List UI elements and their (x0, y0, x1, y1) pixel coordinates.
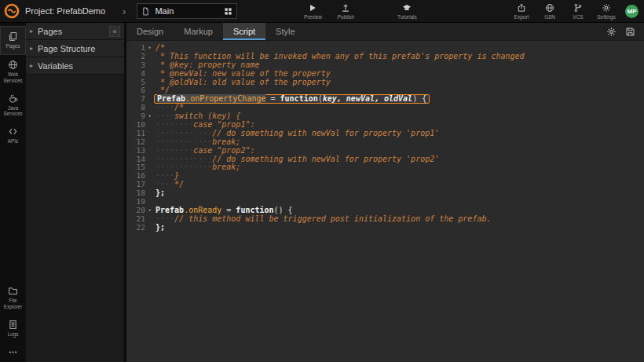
line-number: 13 (126, 147, 145, 155)
code-line[interactable]: 7Prefab.onPropertyChange = function(key,… (126, 95, 644, 104)
api-icon (8, 126, 18, 137)
fold-icon (145, 95, 154, 104)
collapse-panel-button[interactable]: « (109, 26, 120, 37)
fold-icon (145, 130, 154, 138)
fold-icon (145, 172, 154, 181)
topbar-action-tutorials[interactable]: Tutorials (394, 3, 419, 20)
tab-list: DesignMarkupScriptStyle (126, 23, 306, 40)
gear-icon (602, 3, 611, 13)
rail-item-pages[interactable]: Pages (0, 26, 26, 55)
avatar[interactable]: MP (625, 5, 639, 18)
rail-item-label: Logs (8, 331, 19, 338)
code-line[interactable]: 18}; (126, 189, 644, 198)
expand-arrow-icon: ▸ (30, 27, 33, 35)
sidebar-section-page-structure[interactable]: ▸Page Structure (26, 40, 124, 57)
rail-top-items: PagesWeb ServicesJava ServicesAPIs (0, 26, 26, 149)
topbar-action-label: Settings (597, 14, 616, 20)
rail-item-java-services[interactable]: Java Services (0, 89, 26, 122)
rail-item-web-services[interactable]: Web Services (0, 55, 26, 89)
rail-item-label: APIs (8, 138, 18, 144)
topbar-action-export[interactable]: Export (509, 3, 534, 20)
line-number: 22 (126, 224, 145, 232)
topbar-action-vcs[interactable]: VCS (565, 3, 591, 20)
rail-item-apis[interactable]: APIs (0, 122, 26, 149)
topbar-action-label: I18N (544, 14, 555, 20)
topbar-action-label: Export (514, 14, 529, 20)
fold-icon (145, 104, 154, 112)
tab-actions (606, 23, 644, 40)
sidebar-section-label: Pages (38, 27, 62, 36)
pages-panel: ▸Pages«▸Page Structure▸Variables (26, 23, 126, 362)
tab-style[interactable]: Style (265, 23, 305, 40)
right-actions: ExportI18NVCSSettings (509, 3, 619, 20)
save-button-icon[interactable] (625, 27, 635, 37)
code-lines: 1▾/*2 * This function will be invoked wh… (126, 44, 644, 232)
play-icon (308, 3, 317, 13)
cap-icon (402, 3, 412, 13)
tab-script[interactable]: Script (223, 23, 265, 40)
fold-icon (145, 215, 154, 224)
rail-bottom-items: File ExplorerLogs (0, 281, 26, 362)
code-line[interactable]: 22}; (126, 224, 644, 232)
topbar-action-preview[interactable]: Preview (300, 3, 325, 20)
highlighted-code-text: Prefab.onPropertyChange = function(key, … (154, 94, 430, 104)
tab-markup[interactable]: Markup (174, 23, 223, 40)
center-actions: PreviewPublish (300, 3, 358, 20)
tab-design[interactable]: Design (126, 23, 174, 40)
code-line[interactable]: 17····*/ (126, 181, 644, 189)
page-doc-icon (141, 7, 150, 16)
fold-icon[interactable]: ▾ (145, 112, 154, 121)
rail-item-label: Web Services (1, 71, 25, 84)
topbar-action-publish[interactable]: Publish (333, 3, 358, 20)
topbar-action-settings[interactable]: Settings (594, 3, 619, 20)
topbar-action-i18n[interactable]: I18N (537, 3, 562, 20)
line-number: 4 (126, 70, 145, 79)
dots-icon (8, 347, 18, 357)
code-line[interactable]: 21····// this method will be triggered p… (126, 215, 644, 224)
sidebar-section-label: Page Structure (38, 44, 95, 53)
current-page-name: Main (155, 6, 219, 16)
fold-icon (145, 61, 154, 70)
code-line[interactable]: 5 * @oldVal: old value of the property (126, 79, 644, 87)
rail-item-label: Java Services (1, 105, 25, 118)
export-icon (517, 3, 526, 13)
breadcrumb-chevron-icon[interactable]: › (123, 5, 126, 17)
code-editor[interactable]: 1▾/*2 * This function will be invoked wh… (126, 41, 644, 362)
globe-icon (8, 60, 18, 70)
fold-icon[interactable]: ▾ (145, 207, 154, 215)
fold-icon (145, 198, 154, 207)
fold-icon (145, 147, 154, 155)
sidebar-section-variables[interactable]: ▸Variables (26, 57, 124, 75)
fold-icon (145, 121, 154, 130)
left-icon-rail: PagesWeb ServicesJava ServicesAPIs File … (0, 23, 26, 362)
rail-item-label: File Explorer (1, 298, 25, 310)
doc-lines-icon (8, 320, 18, 330)
rail-item-label: Pages (6, 43, 20, 49)
expand-arrow-icon: ▸ (30, 62, 33, 69)
globe-icon (545, 3, 554, 13)
topbar: Project: PrefabDemo › Main PreviewPublis… (0, 0, 644, 23)
rail-item-logs[interactable]: Logs (0, 315, 26, 342)
code-text: * @oldVal: old value of the property (154, 79, 331, 87)
rail-item-file-explorer[interactable]: File Explorer (0, 281, 26, 315)
fold-icon[interactable]: ▾ (145, 44, 154, 53)
code-text: }; (154, 189, 165, 198)
fold-icon (145, 155, 154, 164)
editor-tabbar: DesignMarkupScriptStyle (126, 23, 644, 41)
fold-icon (145, 79, 154, 87)
page-grid-icon[interactable] (224, 7, 232, 16)
sidebar-section-label: Variables (38, 61, 73, 71)
rail-spacer (0, 149, 26, 281)
script-settings-gear-icon[interactable] (606, 27, 617, 37)
topbar-action-label: Publish (338, 14, 354, 20)
app-window: Project: PrefabDemo › Main PreviewPublis… (0, 0, 644, 362)
code-line[interactable]: 15············break; (126, 163, 644, 172)
code-line[interactable]: 16····} (126, 172, 644, 181)
project-title: Project: PrefabDemo (25, 6, 105, 16)
tutorials-slot: Tutorials (394, 3, 419, 20)
branch-icon (573, 3, 583, 13)
rail-item-more[interactable] (0, 342, 26, 362)
editor-main: DesignMarkupScriptStyle 1▾/*2 * This fun… (126, 23, 644, 362)
sidebar-section-pages[interactable]: ▸Pages« (26, 23, 124, 40)
page-selector-dropdown[interactable]: Main (137, 3, 237, 19)
